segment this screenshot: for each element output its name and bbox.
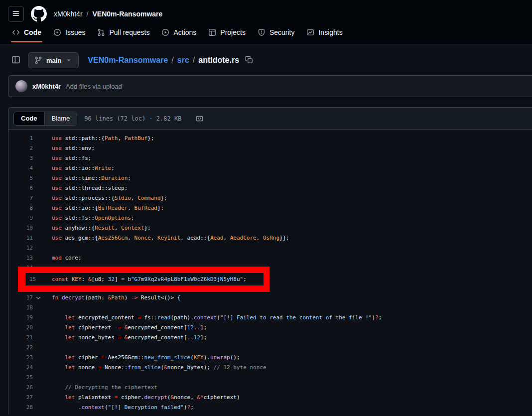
file-tree-toggle-button[interactable] (8, 52, 24, 68)
tab-security[interactable]: Security (254, 26, 299, 39)
projects-icon (208, 28, 216, 36)
line-number[interactable]: 8 (8, 203, 33, 213)
line-number[interactable]: 6 (8, 183, 33, 193)
tab-blame-view[interactable]: Blame (44, 112, 77, 125)
code-line-2: 2use std::env; (8, 143, 532, 153)
side-panel-icon (11, 55, 20, 66)
issues-icon (53, 28, 61, 36)
line-number[interactable]: 13 (8, 253, 33, 263)
code-text: use aes_gcm::{Aes256Gcm, Nonce, KeyInit,… (44, 233, 289, 243)
line-number[interactable]: 18 (8, 303, 33, 313)
line-number[interactable]: 10 (8, 223, 33, 233)
commit-message[interactable]: Add files via upload (66, 83, 122, 90)
line-number[interactable]: 17 (8, 293, 33, 303)
code-line-1: 1use std::path::{Path, PathBuf}; (8, 134, 532, 143)
highlight-line-number[interactable]: 15 (29, 275, 52, 284)
line-number[interactable]: 25 (8, 373, 33, 383)
code-line-9: 9use std::fs::OpenOptions; (8, 213, 532, 223)
code-text: use anyhow::{Result, Context}; (44, 223, 151, 233)
github-logo-icon[interactable] (31, 6, 47, 22)
code-line-4: 4use std::io::Write; (8, 163, 532, 173)
code-text: let ciphertext = &encrypted_content[12..… (44, 323, 207, 333)
chevron-spacer (33, 373, 44, 383)
collapse-chevron-icon[interactable] (33, 293, 44, 303)
line-number[interactable]: 26 (8, 383, 33, 393)
chevron-spacer (33, 183, 44, 193)
line-number[interactable]: 11 (8, 233, 33, 243)
code-text (44, 343, 52, 353)
breadcrumb-file-name: antidote.rs (198, 56, 239, 65)
latest-commit-bar[interactable]: xM0kht4r Add files via upload (8, 75, 532, 97)
code-text (44, 373, 52, 383)
breadcrumb-separator: / (193, 56, 195, 65)
chevron-spacer (33, 223, 44, 233)
tab-code-view[interactable]: Code (14, 112, 44, 125)
tab-code[interactable]: Code (8, 26, 45, 39)
repo-link[interactable]: VEN0m-Ransomware (92, 10, 162, 18)
chevron-down-icon (65, 57, 72, 64)
robot-icon[interactable] (195, 114, 204, 123)
tab-insights[interactable]: Insights (302, 26, 346, 39)
line-number[interactable]: 24 (8, 363, 33, 373)
red-highlight-annotation: 15 const KEY: &[u8; 32] = b"G7m9Xq2vR4pL… (18, 267, 269, 292)
line-number[interactable]: 3 (8, 153, 33, 163)
line-number[interactable]: 21 (8, 333, 33, 343)
chevron-spacer (33, 303, 44, 313)
line-number[interactable]: 2 (8, 143, 33, 153)
github-header: xM0kht4r / VEN0m-Ransomware CodeIssuesPu… (0, 0, 532, 44)
chevron-spacer (33, 383, 44, 393)
line-number[interactable]: 4 (8, 163, 33, 173)
tab-issues[interactable]: Issues (49, 26, 89, 39)
insights-icon (306, 28, 314, 36)
chevron-spacer (33, 173, 44, 183)
tab-label: Actions (173, 28, 196, 36)
commit-author[interactable]: xM0kht4r (32, 83, 61, 90)
tab-pull-requests[interactable]: Pull requests (93, 26, 153, 39)
code-line-23: 23 let cipher = Aes256Gcm::new_from_slic… (8, 353, 532, 363)
owner-link[interactable]: xM0kht4r (54, 10, 83, 18)
breadcrumb: VEN0m-Ransomware / src / antidote.rs (88, 56, 239, 65)
chevron-spacer (33, 243, 44, 253)
line-number[interactable]: 12 (8, 243, 33, 253)
line-number[interactable]: 20 (8, 323, 33, 333)
line-number[interactable]: 22 (8, 343, 33, 353)
breadcrumb-folder-link[interactable]: src (177, 56, 189, 65)
avatar[interactable] (15, 80, 27, 92)
code-line-11: 11use aes_gcm::{Aes256Gcm, Nonce, KeyIni… (8, 233, 532, 243)
line-number[interactable]: 28 (8, 403, 33, 413)
code-text: use std::io::{BufReader, BufRead}; (44, 203, 164, 213)
code-text: use std::fs; (44, 153, 91, 163)
security-icon (258, 28, 266, 36)
code-text: use std::process::{Stdio, Command}; (44, 193, 167, 203)
tab-projects[interactable]: Projects (204, 26, 250, 39)
line-number[interactable]: 23 (8, 353, 33, 363)
code-line-19: 19 let encrypted_content = fs::read(path… (8, 313, 532, 323)
line-number[interactable]: 7 (8, 193, 33, 203)
line-number[interactable]: 5 (8, 173, 33, 183)
repo-context-breadcrumb: xM0kht4r / VEN0m-Ransomware (54, 10, 162, 18)
code-line-21: 21 let nonce_bytes = &encrypted_content[… (8, 333, 532, 343)
line-number[interactable]: 27 (8, 393, 33, 403)
tab-label: Projects (220, 28, 246, 36)
chevron-spacer (33, 153, 44, 163)
code-text: // Decrypting the ciphertext (44, 383, 157, 393)
copy-path-button[interactable] (245, 56, 253, 65)
file-view-container: Code Blame 96 lines (72 loc) · 2.82 KB 1… (8, 107, 532, 415)
line-number[interactable]: 1 (8, 134, 33, 143)
highlight-line-code: const KEY: &[u8; 32] = b"G7m9Xq2vR4pL8bF… (52, 275, 247, 284)
code-text: .context("[!] Decryption failed")?; (44, 403, 194, 413)
chevron-spacer (33, 363, 44, 373)
code-text: use std::fs::OpenOptions; (44, 213, 134, 223)
breadcrumb-repo-link[interactable]: VEN0m-Ransomware (88, 56, 168, 65)
code-line-10: 10use anyhow::{Result, Context}; (8, 223, 532, 233)
tab-actions[interactable]: Actions (157, 26, 200, 39)
hamburger-menu-button[interactable] (8, 6, 24, 22)
branch-selector-button[interactable]: main (28, 52, 79, 68)
line-number[interactable]: 19 (8, 313, 33, 323)
chevron-spacer (33, 143, 44, 153)
tab-label: Pull requests (109, 28, 149, 36)
code-text: let encrypted_content = fs::read(path).c… (44, 313, 382, 323)
file-stats: 96 lines (72 loc) · 2.82 KB (84, 115, 181, 122)
code-text: use std::io::Write; (44, 163, 115, 173)
line-number[interactable]: 9 (8, 213, 33, 223)
